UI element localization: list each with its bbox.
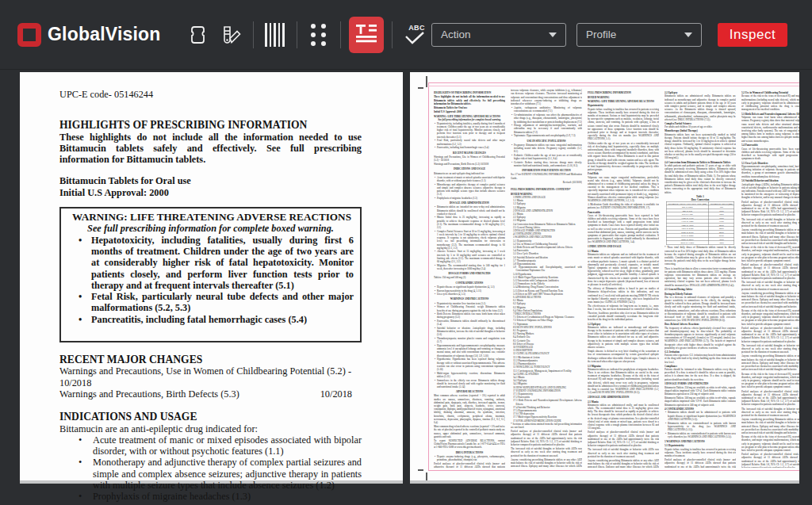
rcol-block: DOSAGE FORMS AND STRENGTHS	[434, 272, 505, 275]
rcol-block: Because of the risk to the fetus of decr…	[741, 372, 799, 388]
rcol-block: Most common adverse reactions (reported …	[434, 394, 505, 424]
rcol-block: 5 WARNINGS AND PRECAUTIONS	[665, 439, 736, 442]
rcol-block: Pooled analyses of placebo-controlled cl…	[588, 430, 659, 447]
rcol-block: HIGHLIGHTS OF PRESCRIBING INFORMATION	[434, 91, 505, 94]
rcol-block: The increased risk of suicidal thoughts …	[588, 448, 659, 458]
rcol-block: FULL PRESCRIBING INFORMATION	[588, 91, 659, 94]
rcol-block: 2 DOSAGE AND ADMINISTRATION	[588, 396, 659, 399]
rcol-block: USE IN SPECIFIC POPULATIONS	[511, 139, 582, 142]
rcol-block: Bittamucin Tablets: 250 mg are available…	[665, 385, 736, 396]
rcol-block: Hepatotoxicity; monitor liver function t…	[434, 301, 505, 304]
document-column: 5.2 Use in Women of Childbearing Potenti…	[741, 89, 799, 468]
master-document-panel[interactable]: UPC-E code- 05146244 HIGHLIGHTS OF PRESC…	[20, 72, 403, 484]
list-bullet: Monotherapy and adjunctive therapy of co…	[59, 457, 362, 491]
barcode-inspection-button[interactable]	[262, 17, 289, 53]
rcol-block: Valproate can cause fetal harm when admi…	[741, 116, 799, 143]
profile-dropdown-label: Profile	[586, 29, 616, 40]
indications-bullets: Acute treatment of manic or mixed episod…	[59, 434, 362, 503]
rcol-block: Migraine: The recommended starting dose …	[434, 264, 505, 270]
rcol-block: Geriatric: Reduce starting dose; increas…	[511, 161, 582, 167]
rcol-block: Complex Partial Seizures: Start at 10 to…	[434, 230, 505, 250]
rcol-block: Antiepileptic drugs (AEDs), including Bi…	[741, 182, 799, 199]
color-inspection-button[interactable]	[218, 17, 245, 53]
dieline-icon	[188, 25, 208, 45]
recent-changes-title: RECENT MAJOR CHANGES	[59, 354, 362, 365]
rcol-block: 2.5 General Dosing Advice	[665, 288, 736, 291]
rcol-block: Bittamucin tablets are administered oral…	[588, 404, 659, 430]
rcol-block: See full prescribing information for com…	[434, 118, 505, 121]
crop-mark	[418, 87, 423, 89]
rcol-block: Children under the age of two years are …	[588, 141, 659, 171]
rcol-block: Pancreatitis, including fatal hemorrhagi…	[434, 146, 505, 149]
rcol-block: Hepatic disease or significant hepatic d…	[434, 285, 505, 289]
dieline-inspection-button[interactable]	[185, 17, 212, 53]
rcol-block: Tablets: 250 mg and 500 mg (3)	[434, 276, 505, 279]
rcol-block: Pooled analyses of placebo-controlled cl…	[665, 458, 736, 468]
rcol-block: Pooled analyses of placebo-controlled cl…	[741, 200, 799, 216]
rcol-block: Because of the risk to the fetus of decr…	[741, 309, 799, 326]
rcol-block: Pooled analyses of placebo-controlled cl…	[511, 430, 582, 446]
rcol-block: Bittamucin Tablets for Oral use	[434, 106, 505, 109]
inspection-tools: ABC	[185, 17, 429, 53]
rcol-block: Known hypersensitivity to the drug (4, 5…	[434, 289, 505, 292]
list-bullet: Pancreatitis, including fatal hemorrhagi…	[67, 314, 354, 325]
rcol-block: Hypothermia; Hypothermia has been report…	[434, 358, 505, 371]
rcol-block: DOSAGE AND ADMINISTRATION	[434, 201, 505, 205]
braille-inspection-button[interactable]	[305, 17, 332, 53]
rcol-block: There is insufficient data to allow a co…	[665, 266, 736, 286]
rcol-block: Hepatic enzyme-inducing drugs (e.g., phe…	[434, 455, 505, 461]
rcol-block: Bittamucin tablets are intended for once…	[434, 205, 505, 216]
dose-conversion-table: Table 1Dose ConversionBittamucin Tablets…	[665, 195, 736, 245]
rcol-block: The increased risk of suicidal thoughts …	[741, 281, 799, 291]
rcol-block: RECENT MAJOR CHANGES	[434, 151, 505, 154]
rcol-block: Due to a decrease in unbound clearance o…	[665, 296, 736, 323]
boxed-warning-title: WARNING: LIFE THREATENING ADVERSE REACTI…	[67, 212, 354, 223]
rcol-block: INDICATIONS AND USAGE	[434, 167, 505, 170]
action-dropdown[interactable]: Action	[431, 23, 566, 47]
indications-intro: Bittamucin are an anti-epileptic drug in…	[59, 423, 362, 434]
recent-changes-line2: Warnings and Precautions, Birth Defects …	[59, 388, 362, 400]
rcol-block: 1 INDICATIONS AND USAGE	[588, 245, 659, 248]
spellcheck-abc-icon: ABC	[401, 25, 428, 44]
sample-document-columns: HIGHLIGHTS OF PRESCRIBING INFORMATIONThe…	[434, 89, 799, 468]
rcol-block: Because of the risk to the fetus of decr…	[741, 94, 799, 111]
rcol-block: Because of the risk to the fetus of decr…	[741, 246, 799, 262]
rcol-block: Pregnancy: Bittamucin tablets can cause …	[511, 143, 582, 154]
rcol-block: Pancreatitis; Bittamucin tablets should …	[434, 319, 505, 326]
indications-title: INDICATIONS AND USAGE	[59, 411, 362, 423]
comparison-workspace: UPC-E code- 05146244 HIGHLIGHTS OF PRESC…	[0, 70, 812, 504]
rcol-block: WARNINGS AND PRECAUTIONS	[434, 297, 505, 300]
rcol-block: Warnings and Precautions, Birth Defects …	[434, 163, 505, 166]
rcol-block: ADVERSE REACTIONS	[434, 390, 505, 393]
braille-dots-icon	[311, 24, 326, 46]
rcol-block: Anyone considering prescribing Bittamuci…	[741, 418, 799, 434]
rcol-block: Pooled analyses of placebo-controlled cl…	[741, 263, 799, 280]
rcol-block: Patients who experience G.I. irritation …	[665, 354, 736, 364]
rcol-block: 17.3 Birth Defects and Neurodevelopmenta…	[511, 399, 582, 405]
sample-document-panel[interactable]: HIGHLIGHTS OF PRESCRIBING INFORMATIONThe…	[410, 72, 799, 484]
text-inspection-button[interactable]	[349, 17, 384, 53]
rcol-block: Bittamucin tablets should not be adminis…	[665, 411, 736, 421]
crop-mark	[426, 472, 427, 481]
toolbar-separator	[253, 21, 254, 48]
inspect-button[interactable]: Inspect	[718, 23, 787, 47]
rcol-block: Topiramate: Hyperammonemia and encephalo…	[511, 134, 582, 137]
list-bullet: Acute treatment of manic or mixed episod…	[59, 434, 362, 457]
rcol-block: Initial U.S Approval: 2000	[434, 110, 505, 113]
profile-dropdown[interactable]: Profile	[576, 23, 702, 47]
rcol-block: Women of Childbearing Potential; weigh B…	[434, 305, 505, 312]
document-column: increase valproate clearance, while enzy…	[511, 89, 582, 468]
rcol-block: Pooled analyses of placebo-controlled cl…	[741, 453, 799, 468]
chevron-down-icon	[549, 33, 557, 37]
highlights-title: HIGHLIGHTS OF PRESCRIBING INFORMATION	[59, 120, 362, 131]
rcol-block: Monotherapy and adjunctive therapy of co…	[434, 182, 505, 196]
rcol-block: See 17 for PATIENT COUNSELING INFORMATIO…	[511, 173, 582, 179]
crop-mark	[418, 469, 423, 471]
rcol-block: The efficacy of Bittamucin tablets is ba…	[588, 287, 659, 304]
spelling-inspection-button[interactable]: ABC	[400, 17, 429, 53]
rcol-block: increase valproate clearance, while enzy…	[511, 89, 582, 105]
rcol-block: DRUG INTERACTIONS	[434, 450, 505, 453]
text-inspection-icon	[356, 25, 377, 44]
rcol-block: The increased risk of suicidal thoughts …	[741, 407, 799, 417]
rcol-block: Aspirin, carbapenem antibiotics: Monitor…	[511, 106, 582, 113]
